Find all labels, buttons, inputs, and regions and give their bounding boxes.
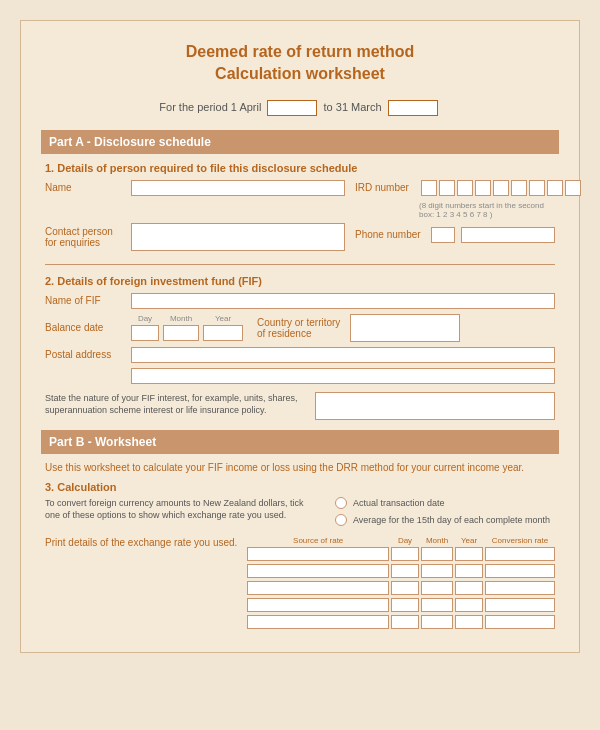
main-page: Deemed rate of return method Calculation… [20, 20, 580, 653]
year-input-5[interactable] [455, 615, 483, 629]
calc-label: 3. Calculation [45, 481, 555, 493]
postal-address-label: Postal address [45, 349, 125, 360]
fif-name-label: Name of FIF [45, 295, 125, 306]
day-input-3[interactable] [391, 581, 419, 595]
print-label: Print details of the exchange rate you u… [45, 536, 237, 549]
name-ird-group: Name IRD number [45, 180, 555, 219]
radio-average[interactable]: Average for the 15th day of each complet… [335, 514, 555, 526]
source-input-1[interactable] [247, 547, 389, 561]
ird-note: (8 digit numbers start in the second box… [419, 201, 555, 219]
year-input-2[interactable] [455, 564, 483, 578]
table-row [247, 547, 555, 561]
conv-input-1[interactable] [485, 547, 555, 561]
balance-date-row: Balance date Day Month Year Count [45, 314, 555, 342]
exchange-table: Source of rate Day Month Year Conversion… [247, 536, 555, 632]
part-b-header: Part B - Worksheet [41, 430, 559, 454]
phone-row: Phone number [355, 227, 555, 243]
col-conv-header: Conversion rate [485, 536, 555, 545]
fif-name-input[interactable] [131, 293, 555, 309]
nature-input[interactable] [315, 392, 555, 420]
col-source-header: Source of rate [247, 536, 389, 545]
year-input-1[interactable] [455, 547, 483, 561]
nature-text: State the nature of your FIF interest, f… [45, 392, 305, 417]
day-input-4[interactable] [391, 598, 419, 612]
conv-input-2[interactable] [485, 564, 555, 578]
source-input-3[interactable] [247, 581, 389, 595]
day-input-5[interactable] [391, 615, 419, 629]
page-title: Deemed rate of return method Calculation… [41, 41, 559, 86]
country-input[interactable] [350, 314, 460, 342]
month-input-3[interactable] [421, 581, 453, 595]
balance-month-input[interactable] [163, 325, 199, 341]
ird-box-7[interactable] [529, 180, 545, 196]
table-headers: Source of rate Day Month Year Conversion… [247, 536, 555, 545]
month-col: Month [163, 314, 199, 341]
ird-label: IRD number [355, 182, 415, 193]
radio-actual-circle[interactable] [335, 497, 347, 509]
conv-input-5[interactable] [485, 615, 555, 629]
day-label: Day [138, 314, 152, 323]
calc-desc: To convert foreign currency amounts to N… [45, 497, 315, 522]
radio-actual[interactable]: Actual transaction date [335, 497, 555, 509]
balance-date-label: Balance date [45, 322, 125, 333]
day-col: Day [131, 314, 159, 341]
source-input-2[interactable] [247, 564, 389, 578]
year-col: Year [203, 314, 243, 341]
day-input-2[interactable] [391, 564, 419, 578]
month-label: Month [170, 314, 192, 323]
year-input-3[interactable] [455, 581, 483, 595]
radio-options: Actual transaction date Average for the … [335, 497, 555, 526]
ird-box-5[interactable] [493, 180, 509, 196]
table-row [247, 615, 555, 629]
table-row [247, 564, 555, 578]
phone-area-input[interactable] [431, 227, 455, 243]
radio-average-circle[interactable] [335, 514, 347, 526]
table-row [247, 598, 555, 612]
section1-label: 1. Details of person required to file th… [45, 162, 555, 174]
month-input-5[interactable] [421, 615, 453, 629]
year-input-4[interactable] [455, 598, 483, 612]
source-input-4[interactable] [247, 598, 389, 612]
postal-address-input-2[interactable] [131, 368, 555, 384]
contact-input[interactable] [131, 223, 345, 251]
ird-box-6[interactable] [511, 180, 527, 196]
postal-address-input[interactable] [131, 347, 555, 363]
month-input-2[interactable] [421, 564, 453, 578]
ird-box-2[interactable] [439, 180, 455, 196]
ird-box-1[interactable] [421, 180, 437, 196]
balance-day-input[interactable] [131, 325, 159, 341]
postal-address-row-2 [45, 368, 555, 384]
period-row: For the period 1 April to 31 March [41, 100, 559, 116]
contact-row: Contact person for enquiries [45, 223, 345, 251]
ird-col: IRD number (8 digit numbers start in the… [355, 180, 555, 219]
ird-box-4[interactable] [475, 180, 491, 196]
balance-year-input[interactable] [203, 325, 243, 341]
ird-box-3[interactable] [457, 180, 473, 196]
conv-input-4[interactable] [485, 598, 555, 612]
section2: 2. Details of foreign investment fund (F… [45, 275, 555, 420]
name-input[interactable] [131, 180, 345, 196]
country-label: Country or territory of residence [257, 317, 340, 339]
period-year-to[interactable] [388, 100, 438, 116]
name-label: Name [45, 182, 125, 193]
col-day-header: Day [391, 536, 419, 545]
postal-address-row: Postal address [45, 347, 555, 363]
col-year-header: Year [455, 536, 483, 545]
ird-box-9[interactable] [565, 180, 581, 196]
source-input-5[interactable] [247, 615, 389, 629]
print-section: Print details of the exchange rate you u… [45, 536, 555, 632]
month-input-4[interactable] [421, 598, 453, 612]
table-row [247, 581, 555, 595]
ird-boxes [421, 180, 581, 196]
ird-box-8[interactable] [547, 180, 563, 196]
period-year-from[interactable] [267, 100, 317, 116]
month-input-1[interactable] [421, 547, 453, 561]
contact-phone-group: Contact person for enquiries Phone numbe… [45, 223, 555, 256]
day-input-1[interactable] [391, 547, 419, 561]
part-b: Part B - Worksheet Use this worksheet to… [41, 430, 559, 632]
ird-row: IRD number [355, 180, 555, 196]
phone-number-input[interactable] [461, 227, 555, 243]
conv-input-3[interactable] [485, 581, 555, 595]
contact-label: Contact person for enquiries [45, 226, 125, 248]
phone-label: Phone number [355, 229, 425, 240]
